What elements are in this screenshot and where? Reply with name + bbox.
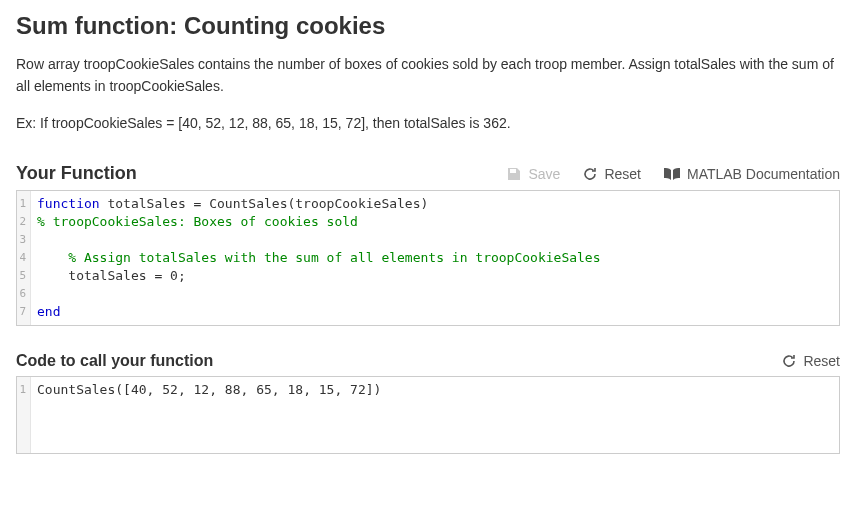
code-line: % troopCookieSales: Boxes of cookies sol…	[37, 213, 833, 231]
code-line: function totalSales = CountSales(troopCo…	[37, 195, 833, 213]
reset-label: Reset	[604, 166, 641, 182]
function-section-header: Your Function Save Reset MATLAB Document…	[16, 163, 840, 184]
call-code-area[interactable]: CountSales([40, 52, 12, 88, 65, 18, 15, …	[31, 377, 839, 453]
code-line: totalSales = 0;	[37, 267, 833, 285]
reset-icon	[781, 353, 797, 369]
docs-button[interactable]: MATLAB Documentation	[663, 166, 840, 182]
code-line: CountSales([40, 52, 12, 88, 65, 18, 15, …	[37, 381, 833, 399]
call-section-title: Code to call your function	[16, 352, 213, 370]
function-section-title: Your Function	[16, 163, 137, 184]
book-icon	[663, 167, 681, 181]
function-code-editor[interactable]: 1234567 function totalSales = CountSales…	[16, 190, 840, 326]
code-line: % Assign totalSales with the sum of all …	[37, 249, 833, 267]
call-toolbar: Reset	[781, 353, 840, 369]
code-line	[37, 285, 833, 303]
problem-description: Row array troopCookieSales contains the …	[16, 54, 840, 97]
code-line	[37, 231, 833, 249]
page-title: Sum function: Counting cookies	[16, 12, 840, 40]
docs-label: MATLAB Documentation	[687, 166, 840, 182]
call-reset-label: Reset	[803, 353, 840, 369]
call-reset-button[interactable]: Reset	[781, 353, 840, 369]
save-label: Save	[528, 166, 560, 182]
code-line: end	[37, 303, 833, 321]
save-icon	[506, 166, 522, 182]
reset-button[interactable]: Reset	[582, 166, 641, 182]
function-toolbar: Save Reset MATLAB Documentation	[506, 166, 840, 182]
call-gutter: 1	[17, 377, 31, 453]
function-gutter: 1234567	[17, 191, 31, 325]
save-button[interactable]: Save	[506, 166, 560, 182]
call-section-header: Code to call your function Reset	[16, 352, 840, 370]
reset-icon	[582, 166, 598, 182]
problem-example: Ex: If troopCookieSales = [40, 52, 12, 8…	[16, 113, 840, 135]
call-code-editor[interactable]: 1 CountSales([40, 52, 12, 88, 65, 18, 15…	[16, 376, 840, 454]
function-code-area[interactable]: function totalSales = CountSales(troopCo…	[31, 191, 839, 325]
